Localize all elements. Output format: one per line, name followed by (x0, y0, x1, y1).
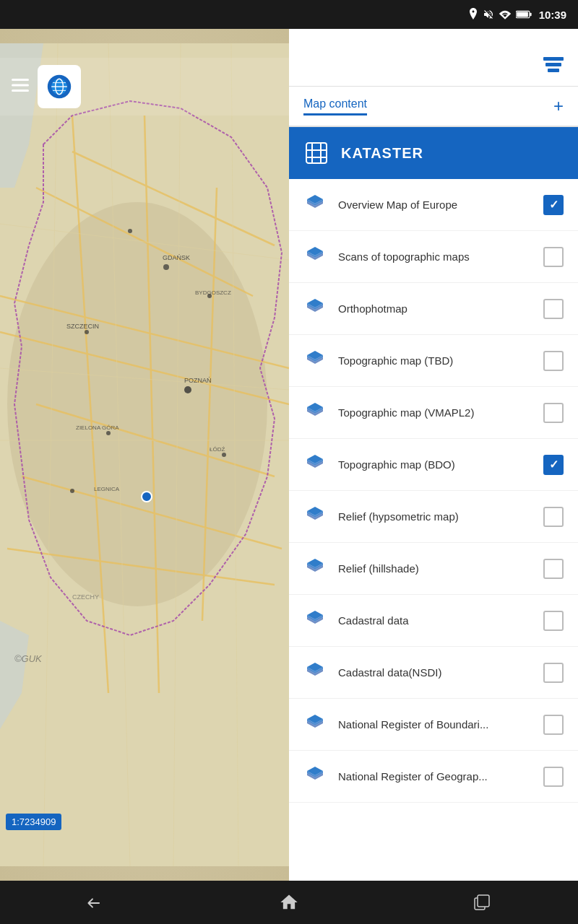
nav-bar (0, 881, 578, 924)
svg-point-26 (184, 386, 191, 393)
layer-checkbox-topo-tbd[interactable] (543, 351, 564, 371)
layer-checkbox-relief-hill[interactable] (543, 559, 564, 579)
layer-icon-topo-bdo (303, 453, 327, 476)
layer-item-relief-hyps[interactable]: Relief (hypsometric map) (289, 491, 578, 543)
location-marker (141, 491, 152, 502)
layer-list: Overview Map of Europe Scans of topograp… (289, 179, 578, 881)
map-watermark: ©GUK (14, 653, 42, 664)
layer-name-relief-hill: Relief (hillshade) (338, 562, 532, 575)
layer-icon-topo-tbd (303, 349, 327, 372)
layer-name-orthophoto: Orthophotmap (338, 302, 532, 315)
layer-item-nat-geograph[interactable]: National Register of Geograp... (289, 751, 578, 803)
svg-rect-47 (306, 143, 327, 163)
layer-icon-topo-scans (303, 245, 327, 269)
layer-icon-nat-boundaries (303, 713, 327, 736)
svg-text:ZIELONA GÓRA: ZIELONA GÓRA (76, 424, 119, 431)
svg-rect-89 (478, 895, 489, 907)
svg-point-27 (106, 431, 111, 435)
layer-icon-relief-hill (303, 557, 327, 580)
layer-icon-cadastral-nsdi (303, 661, 327, 684)
layer-icon-cadastral (303, 609, 327, 632)
svg-point-29 (70, 489, 74, 493)
layer-checkbox-nat-boundaries[interactable] (543, 715, 564, 735)
svg-text:GDAŃSK: GDAŃSK (163, 254, 190, 261)
layer-icon-topo-vmapl2 (303, 401, 327, 424)
svg-text:ŁÓDŹ: ŁÓDŹ (210, 446, 225, 453)
layer-name-nat-boundaries: National Register of Boundari... (338, 718, 532, 731)
svg-text:SZCZECIN: SZCZECIN (66, 323, 99, 330)
svg-text:LEGNICA: LEGNICA (94, 486, 120, 492)
layer-checkbox-cadastral[interactable] (543, 611, 564, 631)
layer-checkbox-nat-geograph[interactable] (543, 767, 564, 787)
svg-text:CZЕCHY: CZЕCHY (72, 593, 99, 601)
scale-badge: 1:7234909 (6, 814, 61, 830)
tab-bar: Map content + (289, 87, 578, 127)
layer-item-cadastral-nsdi[interactable]: Cadastral data(NSDI) (289, 647, 578, 699)
app-header (0, 58, 289, 116)
status-icons: 10:39 (468, 8, 566, 21)
svg-point-25 (85, 330, 89, 334)
layer-item-topo-bdo[interactable]: Topographic map (BDO) (289, 439, 578, 491)
layer-checkbox-topo-scans[interactable] (543, 247, 564, 267)
layer-item-topo-scans[interactable]: Scans of topographic maps (289, 231, 578, 283)
svg-text:BYDGOSZCZ: BYDGOSZCZ (195, 289, 231, 296)
layer-item-cadastral[interactable]: Cadastral data (289, 595, 578, 647)
battery-icon (516, 9, 532, 19)
status-bar: 10:39 (0, 0, 578, 29)
layer-item-relief-hill[interactable]: Relief (hillshade) (289, 543, 578, 595)
time-display: 10:39 (539, 9, 566, 21)
layer-icon-relief-hyps (303, 505, 327, 528)
layer-item-nat-boundaries[interactable]: National Register of Boundari... (289, 699, 578, 751)
map-svg: GDAŃSK SZCZECIN POZNAŃ ZIELONA GÓRA LEGN… (0, 29, 289, 881)
section-title: KATASTER (341, 145, 423, 162)
layer-icon-nat-geograph (303, 765, 327, 788)
layers-icon[interactable] (543, 43, 564, 72)
back-button[interactable] (67, 886, 125, 918)
right-panel: Map content + KATASTER Overview Map of E… (289, 29, 578, 881)
layer-name-topo-scans: Scans of topographic maps (338, 250, 532, 263)
section-header: KATASTER (289, 127, 578, 179)
svg-rect-1 (530, 13, 531, 17)
layer-icon-orthophoto (303, 297, 327, 321)
panel-header (289, 29, 578, 87)
svg-rect-40 (12, 90, 29, 92)
wifi-icon (499, 9, 512, 19)
svg-text:POZNAŃ: POZNAŃ (184, 377, 212, 384)
hamburger-icon[interactable] (12, 77, 29, 96)
mute-icon (483, 9, 494, 20)
layer-item-topo-vmapl2[interactable]: Topographic map (VMAPL2) (289, 387, 578, 439)
layer-item-orthophoto[interactable]: Orthophotmap (289, 283, 578, 335)
svg-rect-39 (12, 84, 29, 87)
layer-item-overview-map[interactable]: Overview Map of Europe (289, 179, 578, 231)
svg-rect-38 (12, 79, 29, 81)
layer-checkbox-relief-hyps[interactable] (543, 507, 564, 527)
layer-name-topo-tbd: Topographic map (TBD) (338, 354, 532, 367)
app-logo (38, 65, 81, 108)
svg-rect-2 (517, 12, 528, 17)
layer-name-overview-map: Overview Map of Europe (338, 199, 532, 211)
recent-apps-button[interactable] (453, 886, 511, 918)
section-icon (303, 140, 329, 166)
layer-name-relief-hyps: Relief (hypsometric map) (338, 510, 532, 523)
tab-map-content[interactable]: Map content (303, 97, 367, 116)
tab-add-button[interactable]: + (553, 96, 564, 116)
svg-point-22 (163, 264, 169, 270)
layer-checkbox-overview-map[interactable] (543, 195, 564, 215)
layer-icon-overview-map (303, 193, 327, 217)
svg-point-23 (128, 229, 132, 233)
layer-name-topo-vmapl2: Topographic map (VMAPL2) (338, 406, 532, 419)
layer-name-topo-bdo: Topographic map (BDO) (338, 458, 532, 471)
svg-point-28 (222, 453, 226, 457)
map-area[interactable]: GDAŃSK SZCZECIN POZNAŃ ZIELONA GÓRA LEGN… (0, 29, 289, 881)
layer-name-cadastral: Cadastral data (338, 614, 532, 627)
layer-checkbox-topo-vmapl2[interactable] (543, 403, 564, 423)
layer-item-topo-tbd[interactable]: Topographic map (TBD) (289, 335, 578, 387)
home-button[interactable] (260, 886, 318, 918)
layer-checkbox-topo-bdo[interactable] (543, 455, 564, 475)
location-icon (468, 8, 478, 21)
layer-checkbox-orthophoto[interactable] (543, 299, 564, 319)
svg-point-4 (7, 202, 267, 606)
layer-name-cadastral-nsdi: Cadastral data(NSDI) (338, 666, 532, 679)
layer-name-nat-geograph: National Register of Geograp... (338, 770, 532, 783)
layer-checkbox-cadastral-nsdi[interactable] (543, 663, 564, 683)
